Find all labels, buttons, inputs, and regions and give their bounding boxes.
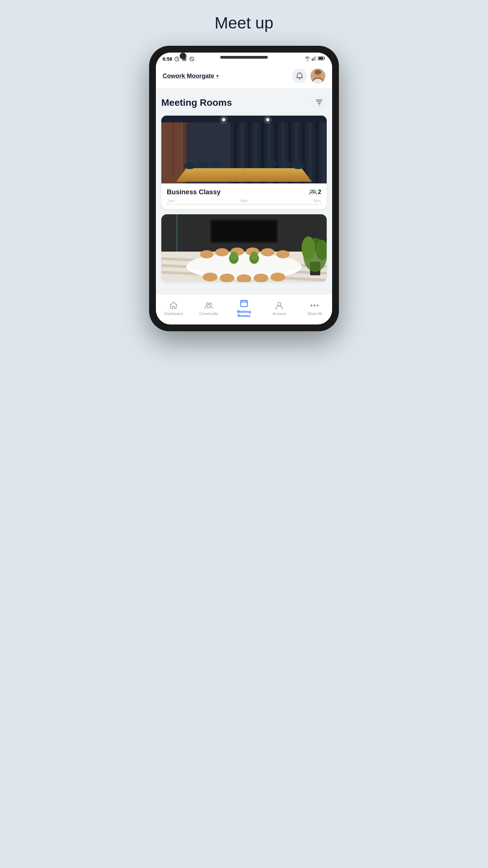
svg-point-66	[200, 250, 214, 258]
time-start-1: 7pm	[167, 199, 175, 203]
notification-button[interactable]	[292, 68, 307, 83]
svg-point-47	[211, 160, 223, 167]
nav-community-label: Community	[199, 312, 218, 316]
svg-point-48	[265, 160, 277, 167]
room-card-1[interactable]: Business Classy 2	[161, 116, 327, 209]
header-actions	[292, 68, 325, 83]
svg-point-39	[220, 116, 228, 124]
svg-point-96	[317, 305, 318, 306]
room-card-2[interactable]	[161, 214, 327, 282]
svg-rect-33	[308, 116, 312, 183]
svg-rect-5	[312, 59, 313, 61]
svg-point-85	[302, 236, 315, 260]
room-info-1: Business Classy 2	[161, 183, 327, 209]
time-bar-1	[167, 204, 321, 205]
phone-frame: 6:58	[149, 46, 339, 331]
svg-point-94	[311, 305, 312, 306]
meeting-rooms-icon	[239, 299, 249, 308]
svg-point-51	[243, 173, 245, 175]
svg-rect-10	[319, 57, 323, 60]
filter-button[interactable]	[312, 95, 327, 110]
nav-meeting-rooms[interactable]: MeetingRooms	[226, 299, 262, 318]
svg-point-13	[314, 70, 321, 75]
svg-point-93	[278, 302, 281, 306]
account-icon	[274, 301, 284, 310]
chevron-down-icon: ▾	[216, 73, 219, 79]
signal-icon	[312, 56, 317, 62]
room-image-1	[161, 116, 327, 183]
nav-dashboard-label: Dashboard	[164, 312, 183, 316]
phone-screen: 6:58	[156, 53, 332, 324]
svg-point-95	[314, 305, 315, 306]
svg-line-4	[191, 58, 193, 60]
svg-rect-20	[181, 122, 182, 177]
svg-point-87	[206, 303, 209, 305]
nav-account-label: Account	[272, 312, 286, 316]
time-labels-1: 7pm 8pm 9pm	[167, 199, 321, 203]
svg-point-49	[279, 161, 291, 168]
nav-account[interactable]: Account	[262, 301, 297, 316]
svg-rect-18	[164, 122, 165, 177]
time-end-1: 9pm	[313, 199, 321, 203]
svg-rect-89	[241, 300, 247, 307]
svg-rect-37	[161, 116, 327, 122]
nav-show-all-label: Show All	[307, 312, 322, 316]
nav-meeting-rooms-label: MeetingRooms	[237, 310, 251, 318]
svg-point-45	[184, 162, 196, 169]
time-mid-1: 8pm	[240, 199, 247, 203]
show-all-icon	[310, 301, 319, 310]
status-right	[304, 56, 325, 62]
svg-rect-59	[176, 214, 178, 252]
svg-point-76	[270, 273, 285, 281]
status-time: 6:58	[163, 56, 172, 62]
room-image-2	[161, 214, 327, 282]
community-icon	[204, 301, 214, 310]
room-info-row-1: Business Classy 2	[167, 188, 321, 196]
svg-rect-34	[315, 116, 319, 183]
svg-point-46	[197, 161, 209, 168]
status-left: 6:58	[163, 56, 195, 62]
app-title: Meet up	[215, 14, 273, 32]
battery-icon	[318, 56, 325, 61]
content-area: Meeting Rooms	[156, 88, 332, 294]
nav-community[interactable]: Community	[191, 301, 226, 316]
location-selector[interactable]: Cowork Moorgate ▾	[163, 73, 219, 80]
svg-point-75	[253, 274, 268, 282]
svg-point-71	[276, 250, 290, 258]
svg-point-79	[230, 252, 238, 260]
svg-point-50	[292, 162, 304, 169]
svg-point-72	[203, 273, 218, 281]
nav-show-all[interactable]: Show All	[297, 301, 332, 316]
location-name: Cowork Moorgate	[163, 73, 214, 80]
time-scale-1: 7pm 8pm 9pm	[167, 199, 321, 205]
user-avatar[interactable]	[310, 68, 325, 83]
svg-rect-6	[313, 58, 314, 61]
svg-point-41	[264, 116, 272, 124]
svg-point-70	[261, 248, 274, 256]
app-header: Cowork Moorgate ▾	[156, 65, 332, 88]
capacity-count-1: 2	[318, 189, 321, 196]
svg-point-88	[209, 303, 212, 305]
nav-dashboard[interactable]: Dashboard	[156, 301, 191, 316]
svg-point-67	[215, 248, 229, 256]
svg-rect-35	[322, 116, 325, 183]
svg-rect-7	[314, 57, 315, 61]
dashboard-icon	[169, 301, 178, 310]
room-capacity-1: 2	[309, 189, 321, 196]
wifi-icon	[304, 56, 310, 62]
svg-point-82	[250, 252, 258, 260]
bottom-nav: Dashboard Community	[156, 294, 332, 324]
svg-rect-19	[173, 122, 174, 177]
room-name-1: Business Classy	[167, 188, 221, 196]
section-header: Meeting Rooms	[161, 95, 327, 110]
svg-rect-57	[212, 221, 276, 241]
section-title: Meeting Rooms	[161, 97, 232, 108]
svg-rect-8	[316, 56, 317, 61]
data-icon	[174, 56, 180, 62]
svg-point-73	[220, 274, 235, 282]
no-notif-icon	[189, 56, 195, 62]
front-camera	[180, 53, 186, 59]
